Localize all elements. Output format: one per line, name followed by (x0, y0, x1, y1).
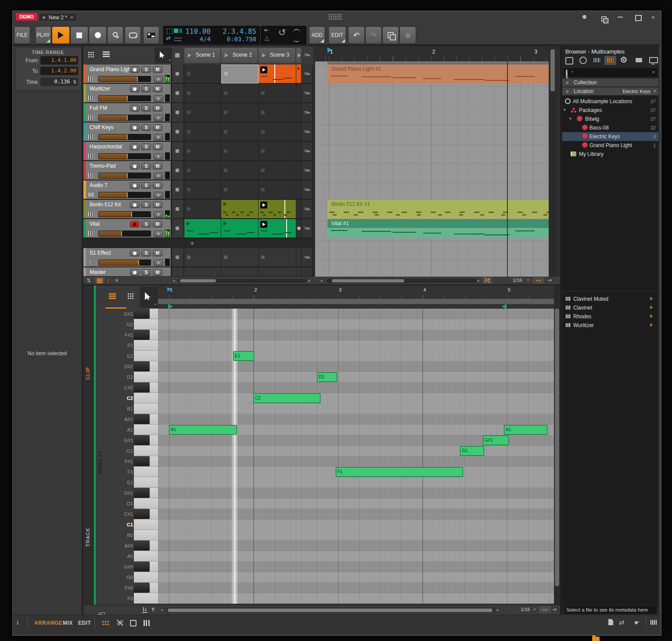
track-arranger-menu-cell[interactable]: ≡▸ (302, 84, 313, 103)
track-solo-button[interactable]: S (141, 124, 151, 131)
snap-toggle-button[interactable]: ▸|◂ (532, 277, 544, 284)
arranger-grid-size[interactable]: 1/16 (513, 277, 522, 283)
undo-button[interactable]: ↶ (348, 26, 365, 44)
tab-clip[interactable]: CLIP (85, 358, 90, 380)
track-mute-button[interactable]: M (153, 105, 162, 112)
fold-keys-icon[interactable]: Y (151, 607, 155, 612)
piano-key-gs2[interactable] (134, 309, 158, 319)
loop-icon[interactable]: ↺ (278, 27, 286, 38)
clip-stop-square[interactable] (176, 256, 179, 259)
keyboard-panel-icon[interactable] (650, 620, 657, 625)
editor-pointer-tool[interactable]: ▾ (140, 287, 158, 308)
delete-button[interactable]: ⊗ (399, 26, 416, 44)
browser-toggle-icon[interactable] (592, 637, 600, 641)
track-header[interactable]: Grand Piano LightSM≡ (83, 65, 171, 83)
piano-key-cs2[interactable] (134, 382, 158, 393)
overdub-button[interactable]: w (107, 26, 123, 44)
clip-slot-audio-7-scene3[interactable] (259, 180, 296, 199)
editor-scroll-left[interactable]: ◂ (161, 608, 163, 612)
piano-key-c2[interactable] (134, 393, 158, 403)
velocity-lane-icon[interactable] (142, 607, 147, 613)
track-arranger-menu-cell[interactable] (302, 267, 313, 277)
track-solo-button[interactable]: S (141, 105, 151, 112)
track-mute-button[interactable]: M (153, 221, 162, 227)
midi-note-a1[interactable]: A1 (169, 425, 237, 435)
clip-stop-cell[interactable] (172, 103, 184, 122)
hamburger-arrow-icon[interactable]: ≡▸ (304, 90, 310, 96)
piano-key-g0[interactable] (134, 572, 158, 583)
track-volume-fader[interactable] (98, 230, 151, 237)
track-arranger-menu-cell[interactable]: ≡▸ (302, 219, 313, 238)
browser-tab-files-icon[interactable] (636, 58, 642, 62)
track-solo-button[interactable]: S (141, 250, 151, 256)
clip-slot-tremo-pad-scene3[interactable] (259, 161, 296, 180)
clip-slot-grand-piano-light-scene2[interactable] (221, 65, 259, 83)
midi-note-gs1[interactable]: G#1 (483, 436, 509, 445)
track-mute-button[interactable]: M (153, 163, 162, 169)
editor-snap-button[interactable]: ▸|◂ (539, 606, 551, 613)
file-menu-button[interactable]: FILE (14, 26, 30, 44)
editor-hscrollbar[interactable] (166, 608, 495, 612)
clip-stop-cell[interactable] (172, 161, 184, 180)
clip-playing-button[interactable] (260, 66, 267, 73)
clip-slot-partial[interactable] (296, 200, 302, 219)
track-record-button[interactable] (130, 144, 140, 150)
hamburger-arrow-icon[interactable]: ≡▸ (304, 186, 310, 193)
arranger-hscrollbar[interactable] (327, 279, 477, 283)
chain-icon[interactable] (117, 620, 123, 626)
piano-key-f2[interactable] (134, 340, 158, 351)
piano-key-e2[interactable] (134, 351, 158, 361)
note-editor-mode-icon[interactable] (109, 293, 116, 299)
scene-header-3[interactable]: Scene 3 (259, 48, 295, 63)
piano-key-g2[interactable] (134, 319, 158, 330)
scene-menu-cell[interactable]: ≡▸ (302, 48, 313, 63)
clip-stop-cell[interactable] (172, 200, 184, 219)
piano-key-gs1[interactable] (134, 435, 158, 446)
play-menu-button[interactable]: PLAY (35, 26, 51, 44)
piano-key-ds2[interactable] (134, 361, 158, 372)
launcher-hscrollbar[interactable] (178, 279, 306, 283)
hand-pointer-icon[interactable]: ☛ (634, 619, 640, 626)
clip-slot-wurlitzer-scene3[interactable] (259, 84, 296, 103)
clip-slot-berlin-512-kit-scene3[interactable] (259, 200, 296, 219)
track-mute-button[interactable]: M (153, 124, 162, 131)
favorite-star-icon[interactable]: ★ (649, 313, 655, 319)
piano-key-f1[interactable] (134, 467, 158, 477)
hamburger-arrow-icon[interactable]: ≡▸ (304, 167, 310, 173)
loop-selection-icon[interactable] (167, 29, 172, 34)
add-track-row[interactable]: + (83, 239, 313, 248)
track-header[interactable]: MasterSM (83, 267, 171, 277)
piano-key-ds1[interactable] (134, 488, 158, 498)
track-mute-button[interactable]: M (153, 66, 162, 73)
browser-tab-multisamples-active[interactable] (604, 56, 616, 65)
arranger-vscroll-thumb[interactable] (550, 49, 555, 91)
bottom-tab-edit[interactable]: EDIT (78, 620, 92, 627)
clip-playing-button[interactable] (260, 221, 267, 228)
track-menu-button[interactable]: ≡ (154, 230, 163, 237)
clip-stop-cell[interactable] (172, 219, 184, 238)
bottom-tab-arrange[interactable]: ARRANGE (34, 620, 61, 627)
duplicate-button[interactable] (382, 26, 399, 44)
clip-stop-square[interactable] (176, 91, 179, 95)
track-arranger-menu-cell[interactable]: ≡▸ (302, 142, 313, 161)
clip-stop-cell[interactable] (172, 248, 184, 267)
piano-key-cs1[interactable] (134, 509, 158, 519)
piano-key-g1[interactable] (134, 446, 158, 456)
track-mute-button[interactable]: M (153, 144, 162, 150)
clip-slot-full-fm-scene2[interactable] (221, 103, 259, 122)
track-volume-fader[interactable] (98, 173, 151, 179)
track-arranger-menu-cell[interactable]: ≡▸ (302, 161, 313, 180)
track-volume-fader[interactable] (98, 192, 151, 198)
arranger-clip-berlin-512-kit-1[interactable]: Berlin 512 Kit #1 (327, 200, 549, 219)
arranger-hscroll-thumb[interactable] (332, 279, 404, 282)
track-volume-fader[interactable] (98, 115, 151, 121)
piano-key-fs1[interactable] (134, 456, 158, 467)
track-arranger-menu-cell[interactable]: ≡▸ (302, 65, 313, 83)
position-value[interactable]: 2.3.4.85 (213, 27, 256, 36)
track-solo-button[interactable]: S (141, 144, 151, 150)
browser-search-field[interactable]: ▾× (564, 68, 658, 77)
search-dropdown-icon[interactable]: ▾ (571, 70, 573, 74)
track-menu-button[interactable]: ≡ (154, 211, 163, 218)
editor-hscroll-thumb[interactable] (168, 609, 492, 612)
track-header[interactable]: WurlitzerSM≡ (83, 84, 171, 103)
